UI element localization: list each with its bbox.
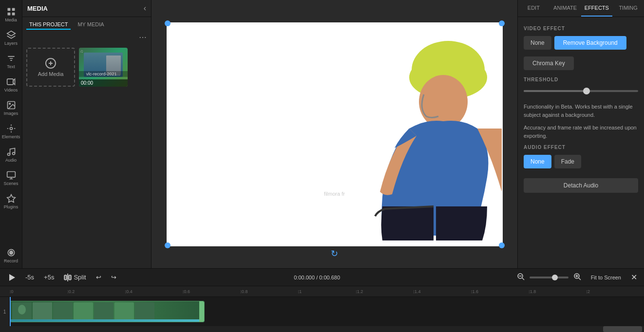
svg-point-10 bbox=[7, 153, 10, 156]
sidebar-item-elements[interactable]: Elements bbox=[0, 120, 22, 143]
svg-line-26 bbox=[522, 278, 524, 280]
video-effect-chroma-group: Chroma Key bbox=[524, 56, 638, 70]
right-panel-tabs: EDIT ANIMATE EFFECTS TIMING bbox=[518, 0, 644, 17]
ruler-mark-3: :0.6 bbox=[183, 289, 240, 294]
ruler-mark-8: :1.6 bbox=[471, 289, 529, 294]
video-effect-label: VIDEO EFFECT bbox=[524, 26, 638, 31]
timeline-clip-end-handle[interactable] bbox=[199, 301, 204, 322]
sidebar-item-audio[interactable]: Audio bbox=[0, 143, 22, 166]
sidebar-item-scenes[interactable]: Scenes bbox=[0, 166, 22, 190]
sidebar-item-layers[interactable]: Layers bbox=[0, 26, 22, 50]
plus5-button[interactable]: +5s bbox=[41, 272, 57, 283]
timeline-track-content bbox=[10, 297, 644, 326]
sidebar-item-videos[interactable]: Videos bbox=[0, 73, 22, 96]
zoom-in-button[interactable] bbox=[571, 272, 583, 283]
timeline-scroll-thumb[interactable] bbox=[603, 326, 642, 332]
toolbar-zoom bbox=[515, 272, 583, 283]
video-effect-buttons: None Remove Background bbox=[524, 36, 638, 50]
video-effect-remove-background-btn[interactable]: Remove Background bbox=[554, 36, 626, 50]
sidebar-item-images[interactable]: Images bbox=[0, 96, 22, 120]
svg-rect-23 bbox=[65, 275, 67, 279]
canvas-area: filmora fr ↻ bbox=[152, 0, 517, 268]
svg-point-11 bbox=[12, 152, 15, 155]
audio-effect-none-btn[interactable]: None bbox=[524, 155, 551, 168]
split-button[interactable]: Split bbox=[61, 272, 89, 283]
svg-point-33 bbox=[18, 305, 26, 314]
svg-point-20 bbox=[419, 75, 468, 129]
track-label-1: 1 bbox=[0, 297, 10, 326]
close-zoom-button[interactable]: ✕ bbox=[629, 271, 639, 284]
timeline-playhead bbox=[10, 297, 11, 326]
svg-rect-2 bbox=[7, 13, 10, 16]
svg-rect-0 bbox=[7, 8, 10, 11]
tab-this-project[interactable]: THIS PROJECT bbox=[26, 20, 71, 30]
ruler-mark-10: :2 bbox=[587, 289, 644, 294]
info-text-beta: Functionality in Beta. Works best with a… bbox=[524, 103, 638, 119]
canvas-rotate-handle[interactable]: ↻ bbox=[331, 248, 338, 259]
sidebar-item-plugins[interactable]: Plugins bbox=[0, 190, 22, 213]
canvas-frame: filmora fr ↻ bbox=[167, 22, 503, 246]
svg-marker-6 bbox=[13, 79, 15, 85]
ruler-mark-6: :1.2 bbox=[356, 289, 413, 294]
media-thumbnail-clip1[interactable]: 00:00 ♫ vlc-record-2021... bbox=[79, 48, 128, 87]
play-button[interactable] bbox=[5, 272, 19, 283]
svg-point-9 bbox=[10, 128, 12, 130]
minus5-button[interactable]: -5s bbox=[22, 272, 37, 283]
zoom-slider[interactable] bbox=[530, 277, 568, 278]
svg-line-29 bbox=[579, 278, 581, 280]
toolbar-time: 0:00.000 / 0:00.680 bbox=[294, 275, 340, 280]
right-panel: EDIT ANIMATE EFFECTS TIMING VIDEO EFFECT… bbox=[517, 0, 644, 268]
threshold-slider[interactable] bbox=[524, 86, 638, 96]
fit-screen-button[interactable]: Fit to Screen bbox=[587, 273, 625, 282]
audio-effect-buttons: None Fade bbox=[524, 155, 638, 168]
svg-marker-4 bbox=[7, 31, 15, 36]
svg-rect-5 bbox=[7, 79, 13, 85]
ruler-mark-0: :0 bbox=[10, 289, 67, 294]
timeline-ruler: :0 :0.2 :0.4 :0.6 :0.8 :1 :1.2 :1.4 :1.6… bbox=[0, 286, 644, 297]
svg-rect-24 bbox=[69, 275, 72, 279]
corner-handle-br[interactable] bbox=[499, 242, 505, 248]
watermark: filmora fr bbox=[324, 191, 345, 197]
clip-duration: 00:00 bbox=[79, 79, 128, 87]
sidebar-item-media[interactable]: Media bbox=[0, 3, 22, 26]
clip-name: vlc-record-2021... bbox=[79, 71, 128, 77]
audio-effect-fade-btn[interactable]: Fade bbox=[554, 155, 581, 168]
media-panel-header: MEDIA ‹ bbox=[22, 0, 151, 17]
threshold-label: THRESHOLD bbox=[524, 77, 638, 82]
video-effect-none-btn[interactable]: None bbox=[524, 36, 551, 50]
tab-timing[interactable]: TIMING bbox=[612, 0, 644, 17]
corner-handle-bl[interactable] bbox=[165, 242, 170, 248]
media-panel: MEDIA ‹ THIS PROJECT MY MEDIA ⋯ Add Medi… bbox=[22, 0, 152, 268]
timeline-clip[interactable] bbox=[10, 301, 205, 322]
redo-button[interactable]: ↪ bbox=[108, 272, 119, 283]
ruler-mark-2: :0.4 bbox=[125, 289, 183, 294]
media-tabs: THIS PROJECT MY MEDIA bbox=[22, 17, 151, 33]
undo-button[interactable]: ↩ bbox=[93, 272, 104, 283]
detach-audio-btn[interactable]: Detach Audio bbox=[524, 178, 638, 193]
svg-point-8 bbox=[9, 103, 10, 105]
ruler-mark-4: :0.8 bbox=[240, 289, 298, 294]
tab-animate[interactable]: ANIMATE bbox=[549, 0, 581, 17]
sidebar-item-record[interactable]: Record bbox=[0, 244, 22, 268]
add-media-button[interactable]: Add Media bbox=[26, 48, 75, 87]
svg-rect-1 bbox=[12, 8, 15, 11]
zoom-out-button[interactable] bbox=[515, 272, 527, 283]
ruler-marks: :0 :0.2 :0.4 :0.6 :0.8 :1 :1.2 :1.4 :1.6… bbox=[10, 289, 644, 294]
video-effect-chroma-key-btn[interactable]: Chroma Key bbox=[524, 56, 574, 70]
right-panel-content: VIDEO EFFECT None Remove Background Chro… bbox=[518, 17, 644, 268]
corner-handle-tr[interactable] bbox=[499, 20, 505, 26]
timeline-scrollbar[interactable] bbox=[0, 326, 644, 332]
svg-point-14 bbox=[9, 251, 13, 255]
media-options-btn[interactable]: ⋯ bbox=[139, 33, 147, 42]
svg-rect-3 bbox=[12, 13, 15, 16]
tab-effects[interactable]: EFFECTS bbox=[581, 0, 613, 17]
sidebar-item-text[interactable]: Text bbox=[0, 50, 22, 73]
tab-my-media[interactable]: MY MEDIA bbox=[75, 20, 107, 30]
ruler-mark-5: :1 bbox=[298, 289, 356, 294]
ruler-mark-9: :1.8 bbox=[529, 289, 586, 294]
media-panel-collapse-btn[interactable]: ‹ bbox=[144, 4, 146, 13]
corner-handle-tl[interactable] bbox=[165, 20, 170, 26]
ruler-mark-7: :1.4 bbox=[414, 289, 471, 294]
tab-edit[interactable]: EDIT bbox=[518, 0, 549, 17]
media-panel-title: MEDIA bbox=[27, 5, 48, 12]
